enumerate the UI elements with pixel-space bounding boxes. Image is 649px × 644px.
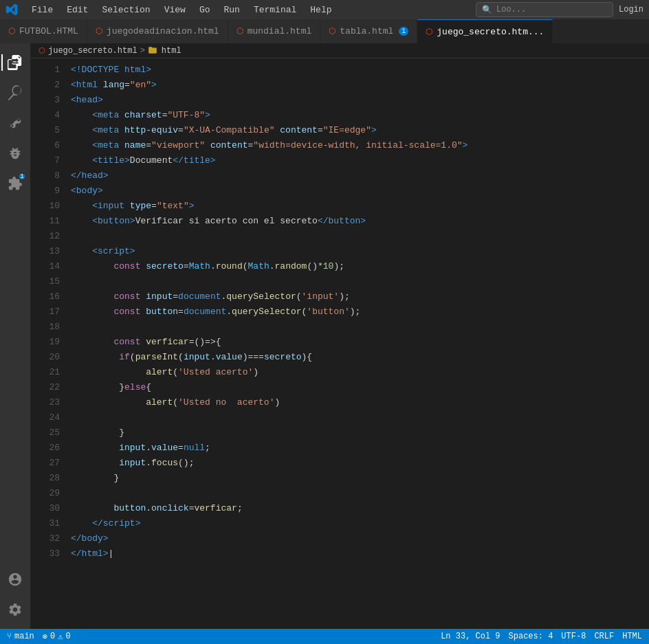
- git-branch-icon: ⑂: [7, 632, 12, 641]
- code-line: alert('Usted no acerto'): [71, 395, 649, 410]
- code-line: <input type="text">: [71, 199, 649, 214]
- code-line: }: [71, 471, 649, 486]
- activity-bottom: [1, 566, 29, 623]
- line-number: 24: [30, 410, 60, 425]
- line-number: 5: [30, 123, 60, 138]
- line-number: 30: [30, 501, 60, 516]
- line-number: 25: [30, 425, 60, 441]
- tabs-bar: ⬡ FUTBOL.HTML ⬡ juegodeadinacion.html ⬡ …: [0, 19, 649, 43]
- line-number: 7: [30, 153, 60, 168]
- code-content[interactable]: <!DOCTYPE html><html lang="en"><head> <m…: [68, 58, 649, 629]
- menu-edit[interactable]: Edit: [61, 3, 94, 16]
- search-placeholder: Loo...: [496, 5, 526, 14]
- menu-run[interactable]: Run: [218, 3, 245, 16]
- activity-search[interactable]: [1, 79, 29, 107]
- menu-file[interactable]: File: [26, 3, 58, 16]
- code-line: [71, 229, 649, 244]
- menu-help[interactable]: Help: [305, 3, 337, 16]
- status-encoding[interactable]: UTF-8: [561, 632, 586, 641]
- code-line: <meta charset="UTF-8">: [71, 108, 649, 123]
- tab-badge: 1: [399, 27, 408, 36]
- line-number: 11: [30, 214, 60, 229]
- tab-mundial[interactable]: ⬡ mundial.html: [228, 19, 321, 43]
- tab-futbol[interactable]: ⬡ FUTBOL.HTML: [0, 19, 87, 43]
- menu-go[interactable]: Go: [194, 3, 216, 16]
- status-eol[interactable]: CRLF: [594, 632, 614, 641]
- code-line: const secreto=Math.round(Math.random()*1…: [71, 259, 649, 274]
- code-line: <meta name="viewport" content="width=dev…: [71, 138, 649, 153]
- activity-extensions[interactable]: 1: [1, 170, 29, 197]
- line-number: 6: [30, 138, 60, 153]
- status-language[interactable]: HTML: [622, 632, 642, 641]
- html-icon: ⬡: [96, 26, 102, 36]
- code-line: const button=document.querySelector('but…: [71, 304, 649, 320]
- code-line: [71, 486, 649, 501]
- tab-juego-secreto[interactable]: ⬡ juego_secreto.htm...: [417, 19, 553, 43]
- activity-source-control[interactable]: [1, 109, 29, 137]
- code-line: if(parseInt(input.value)===secreto){: [71, 350, 649, 365]
- line-number: 32: [30, 531, 60, 546]
- tab-tabla[interactable]: ⬡ tabla.html 1: [320, 19, 417, 43]
- code-line: }else{: [71, 380, 649, 395]
- code-line: </head>: [71, 168, 649, 184]
- error-icon: ⊗: [43, 632, 47, 642]
- line-number: 13: [30, 244, 60, 259]
- editor-area: ⬡ juego_secreto.html > html 123456789101…: [30, 43, 649, 629]
- tab-juego[interactable]: ⬡ juegodeadinacion.html: [87, 19, 228, 43]
- line-number: 27: [30, 456, 60, 471]
- line-number: 29: [30, 486, 60, 501]
- code-line: input.focus();: [71, 456, 649, 471]
- status-bar: ⑂ main ⊗ 0 ⚠ 0 Ln 33, Col 9 Spaces: 4 UT…: [0, 629, 649, 644]
- activity-explorer[interactable]: [1, 49, 29, 76]
- status-line-col[interactable]: Ln 33, Col 9: [441, 632, 500, 641]
- status-branch[interactable]: ⑂ main: [7, 632, 34, 641]
- login-button[interactable]: Login: [619, 5, 644, 14]
- breadcrumb-file: juego_secreto.html: [48, 46, 138, 56]
- menu-terminal[interactable]: Terminal: [248, 3, 302, 16]
- status-errors[interactable]: ⊗ 0 ⚠ 0: [43, 632, 71, 642]
- line-number: 15: [30, 274, 60, 289]
- global-search-box[interactable]: 🔍 Loo...: [476, 2, 613, 17]
- code-line: const verficar=()=>{: [71, 335, 649, 350]
- activity-account[interactable]: [1, 566, 29, 593]
- extensions-badge: 1: [19, 174, 25, 179]
- line-number: 26: [30, 441, 60, 456]
- code-line: <script>: [71, 244, 649, 259]
- line-number: 20: [30, 350, 60, 365]
- html-icon: ⬡: [8, 26, 15, 36]
- code-editor[interactable]: 1234567891011121314151617181920212223242…: [30, 58, 649, 629]
- line-number: 31: [30, 516, 60, 531]
- menu-selection[interactable]: Selection: [96, 3, 155, 16]
- line-number: 1: [30, 63, 60, 78]
- tab-label: tabla.html: [340, 26, 393, 36]
- tab-label: juegodeadinacion.html: [107, 26, 219, 36]
- activity-settings[interactable]: [1, 596, 29, 623]
- line-number: 19: [30, 335, 60, 350]
- code-line: [71, 274, 649, 289]
- line-number: 10: [30, 199, 60, 214]
- code-line: button.onclick=verficar;: [71, 501, 649, 516]
- breadcrumb-folder-name: html: [162, 46, 182, 56]
- line-number: 18: [30, 320, 60, 335]
- breadcrumb-separator: >: [140, 46, 145, 56]
- code-line: <button>Verificar si acerto con el secre…: [71, 214, 649, 229]
- breadcrumb-file-icon: ⬡: [38, 46, 45, 55]
- code-line: alert('Usted acerto'): [71, 365, 649, 380]
- code-line: <html lang="en">: [71, 78, 649, 93]
- menu-bar: File Edit Selection View Go Run Terminal…: [26, 3, 338, 16]
- breadcrumb: ⬡ juego_secreto.html > html: [30, 43, 649, 58]
- tab-label: FUTBOL.HTML: [19, 26, 78, 36]
- status-spaces[interactable]: Spaces: 4: [509, 632, 553, 641]
- menu-view[interactable]: View: [159, 3, 191, 16]
- activity-debug[interactable]: [1, 140, 29, 167]
- line-number: 3: [30, 93, 60, 108]
- line-number: 17: [30, 304, 60, 320]
- code-line: <body>: [71, 184, 649, 199]
- line-number: 33: [30, 546, 60, 562]
- code-line: [71, 320, 649, 335]
- html-icon: ⬡: [329, 26, 336, 36]
- code-line: </script>: [71, 516, 649, 531]
- search-icon: 🔍: [482, 5, 492, 15]
- line-number: 22: [30, 380, 60, 395]
- code-line: </body>: [71, 531, 649, 546]
